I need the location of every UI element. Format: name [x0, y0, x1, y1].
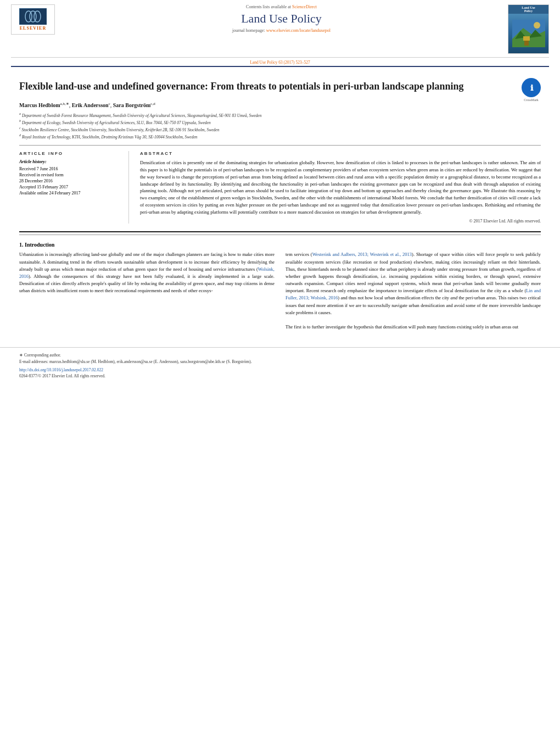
abstract-header: ABSTRACT: [140, 151, 541, 156]
abstract-text: Densification of cities is presently one…: [140, 159, 541, 215]
journal-homepage-link[interactable]: www.elsevier.com/locate/landusepol: [266, 28, 331, 33]
article-content: Flexible land-use and undefined governan…: [0, 67, 560, 336]
footer-copyright: 0264-8377/© 2017 Elsevier Ltd. All right…: [19, 373, 541, 378]
doi-link[interactable]: http://dx.doi.org/10.1016/j.landusepol.2…: [19, 367, 103, 372]
author-1-sup: a,b,∗: [60, 102, 69, 106]
received-date: Received 7 June 2016: [19, 166, 120, 171]
article-title: Flexible land-use and undefined governan…: [19, 80, 463, 93]
intro-right-text: tem services (Westerink and Aalbers, 201…: [285, 251, 541, 331]
article-history-label: Article history:: [19, 159, 120, 164]
journal-title-header: Land Use Policy: [66, 12, 497, 26]
ref-wolsink-2016[interactable]: Wolsink, 2016: [19, 266, 275, 279]
article-info-column: ARTICLE INFO Article history: Received 7…: [19, 151, 129, 224]
sep-after-affiliations: [19, 145, 541, 146]
crossmark-container: ℹ CrossMark: [522, 78, 541, 102]
body-right-col: tem services (Westerink and Aalbers, 201…: [285, 251, 541, 331]
author-3-sup: c,d: [150, 102, 155, 106]
ref-westerink-2013a[interactable]: Westerink and Aalbers, 2013; Westerink e…: [312, 252, 412, 257]
sciencedirect-link[interactable]: ScienceDirect: [292, 4, 317, 9]
crossmark-label: CrossMark: [522, 98, 541, 102]
double-sep: [19, 231, 541, 232]
body-columns: Urbanization is increasingly affecting l…: [19, 251, 541, 331]
svg-point-10: [534, 22, 540, 29]
svg-rect-9: [523, 36, 530, 41]
journal-cover: Land Use Policy: [508, 4, 549, 54]
elsevier-text: ELSEVIER: [20, 26, 46, 31]
affil-b: b Department of Ecology, Swedish Univers…: [19, 119, 541, 126]
email-link-borgstrom[interactable]: sara.borgstrom@abe.kth.se: [180, 359, 225, 364]
footer-doi[interactable]: http://dx.doi.org/10.1016/j.landusepol.2…: [19, 367, 541, 372]
available-date: Available online 24 February 2017: [19, 191, 120, 196]
header-center: Contents lists available at ScienceDirec…: [55, 4, 508, 33]
email-link-hedblom[interactable]: marcus.hedblom@slu.se: [49, 359, 90, 364]
single-sep: [19, 235, 541, 235]
abstract-copyright: © 2017 Elsevier Ltd. All rights reserved…: [140, 219, 541, 224]
affil-d: d Royal Institute of Technology, KTH, St…: [19, 133, 541, 140]
author-2: Erik Andersson: [72, 102, 109, 108]
affiliations: a Department of Swedish Forest Resource …: [19, 111, 541, 140]
revised-date: 28 December 2016: [19, 178, 120, 183]
accepted-date: Accepted 15 February 2017: [19, 185, 120, 189]
footnote-emails: E-mail addresses: marcus.hedblom@slu.se …: [19, 359, 541, 365]
elsevier-icon: [19, 8, 47, 25]
intro-left-text: Urbanization is increasingly affecting l…: [19, 251, 275, 294]
abstract-column: ABSTRACT Densification of cities is pres…: [140, 151, 541, 224]
cover-image: [508, 14, 548, 53]
revised-label: Received in revised form: [19, 172, 120, 177]
author-2-sup: c: [109, 102, 110, 106]
article-info-header: ARTICLE INFO: [19, 151, 120, 156]
author-1: Marcus Hedblom: [19, 102, 60, 108]
sciencedirect-line: Contents lists available at ScienceDirec…: [66, 4, 497, 9]
cover-top-text: Land Use Policy: [508, 5, 548, 14]
ref-lin-fuller[interactable]: Lin and Fuller, 2013; Wolsink, 2016: [285, 288, 541, 300]
affil-c: c Stockholm Resilience Centre, Stockholm…: [19, 126, 541, 133]
footnote-corresponding: ∗ Corresponding author.: [19, 352, 541, 359]
journal-homepage-line: journal homepage: www.elsevier.com/locat…: [66, 28, 497, 33]
author-3: Sara Borgström: [113, 102, 151, 108]
crossmark-badge[interactable]: ℹ: [522, 78, 541, 97]
title-row: Flexible land-use and undefined governan…: [19, 72, 541, 102]
doi-bar: Land Use Policy 63 (2017) 523–527: [11, 58, 549, 67]
authors-line: Marcus Hedbloma,b,∗, Erik Anderssonc, Sa…: [19, 102, 541, 108]
footer-section: ∗ Corresponding author. E-mail addresses…: [0, 347, 560, 383]
header-section: ELSEVIER Contents lists available at Sci…: [0, 0, 560, 67]
elsevier-logo: ELSEVIER: [11, 4, 55, 35]
info-abstract-section: ARTICLE INFO Article history: Received 7…: [19, 151, 541, 224]
body-left-col: Urbanization is increasingly affecting l…: [19, 251, 275, 331]
journal-top-bar: ELSEVIER Contents lists available at Sci…: [11, 4, 549, 58]
affil-a: a Department of Swedish Forest Resource …: [19, 111, 541, 119]
intro-section-title: 1. Introduction: [19, 242, 541, 248]
email-link-andersson[interactable]: erik.andersson@su.se: [117, 359, 153, 364]
